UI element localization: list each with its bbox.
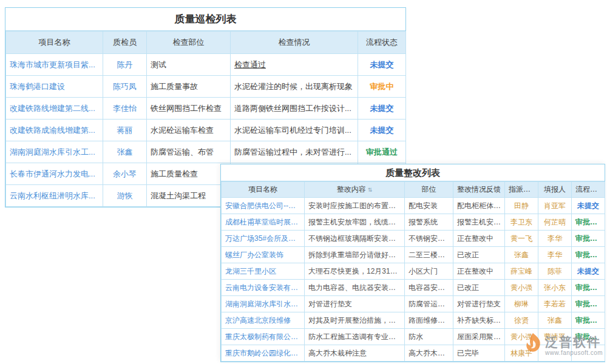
column-header-label: 流程状态 — [575, 185, 605, 194]
quality-rectification-table: 项目名称整改内容⇅部位整改情况反馈指派人员填报人流程状态安徽合肥供电公司--配电… — [221, 181, 605, 362]
assignee-cell[interactable]: 徐贤 — [505, 312, 538, 329]
part-cell: 配电安装 — [405, 198, 453, 214]
part-cell: 二至三楼混... — [405, 247, 453, 263]
assignee-cell[interactable]: 田静 — [505, 198, 538, 214]
feedback-column-header: 整改情况反馈 — [453, 182, 505, 198]
inspector-cell[interactable]: 陈巧凤 — [103, 76, 147, 98]
project-name-cell[interactable]: 湖南洞庭湖水库引水工... — [6, 141, 103, 163]
reporter-cell[interactable]: 李华 — [538, 231, 572, 247]
project-name-column-header: 项目名称 — [222, 182, 305, 198]
reporter-column-header: 填报人 — [538, 182, 572, 198]
inspect-result-column-header: 检查情况 — [231, 32, 358, 54]
workflow-status-cell: 审批通过 — [572, 231, 605, 247]
part-cell: 防水 — [405, 329, 453, 345]
inspector-cell[interactable]: 游恢 — [103, 185, 147, 207]
inspector-cell[interactable]: 李佳怡 — [103, 98, 147, 120]
project-name-cell[interactable]: 长春市伊通河水力发电... — [6, 163, 103, 185]
assignee-cell[interactable]: 李卫东 — [505, 214, 538, 231]
rectify-content-cell: 安装时应按施工图的布置，将... — [305, 198, 405, 214]
project-name-cell[interactable]: 改建铁路线增建第二线... — [6, 98, 103, 120]
feedback-cell: 正在整改中 — [453, 231, 505, 247]
inspector-cell[interactable]: 陈丹 — [103, 54, 147, 76]
table-row: 重庆太极制药有限公司亳州中...防水工程施工选调有专业资...防水屋面采用聚氨.… — [222, 329, 605, 345]
part-cell: 防腐管运输... — [405, 296, 453, 312]
reporter-cell[interactable]: 何芷晴 — [538, 214, 572, 231]
rectify-content-cell: 防水工程施工选调有专业资... — [305, 329, 405, 345]
quality-rectification-panel: 质量整改列表 项目名称整改内容⇅部位整改情况反馈指派人员填报人流程状态安徽合肥供… — [220, 164, 605, 362]
table-row: 成都杜甫草堂临时展厅独立展...报警主机安放牢固，线缆连接...报警系统报警主机… — [222, 214, 605, 231]
rectify-content-cell: 报警主机安放牢固，线缆连接... — [305, 214, 405, 231]
part-cell: 不锈钢安装... — [405, 231, 453, 247]
header-row: 项目名称质检员检查部位检查情况流程状态 — [6, 32, 406, 54]
inspect-result-cell: 检查通过 — [231, 54, 358, 76]
rectify-content-column-header[interactable]: 整改内容⇅ — [305, 182, 405, 198]
inspect-result-cell: 水泥砼灌注的时候，出现离析现象 — [231, 76, 358, 98]
reporter-cell[interactable]: 李华 — [538, 247, 572, 263]
table-row: 重庆市鹅岭公园绿化景观提升...高大乔木栽种注意高大乔木栽种已完毕林康平 — [222, 345, 605, 362]
reporter-cell[interactable]: 陈菲 — [538, 263, 572, 280]
feedback-cell: 报警主机安放... — [453, 214, 505, 231]
table-row: 改建铁路成渝线增建第...蒋丽水泥砼运输车检查水泥砼运输车司机经过专门培训...… — [6, 120, 406, 141]
reporter-cell[interactable]: 肖亚军 — [538, 198, 572, 214]
feedback-cell: 已改正 — [453, 280, 505, 296]
project-name-cell[interactable]: 重庆市鹅岭公园绿化景观提升... — [222, 345, 305, 362]
assignee-cell[interactable]: 柳琳 — [505, 296, 538, 312]
table-row: 改建铁路线增建第二线...李佳怡铁丝网围挡工作检查道路两侧铁丝网围挡工作按设计.… — [6, 98, 406, 120]
column-header-label: 流程状态 — [366, 38, 398, 47]
workflow-status-cell: 审批通过 — [572, 280, 605, 296]
workflow-status-cell: 未提交 — [358, 98, 406, 120]
reporter-cell[interactable]: 李若若 — [538, 296, 572, 312]
rectify-content-cell: 不锈钢边框玻璃隔断安装不平... — [305, 231, 405, 247]
column-header-label: 指派人员 — [509, 185, 538, 194]
assignee-cell[interactable]: 薛宝峰 — [505, 263, 538, 280]
inspect-part-cell: 铁丝网围挡工作检查 — [147, 98, 231, 120]
inspect-result-cell: 道路两侧铁丝网围挡工作按设计... — [231, 98, 358, 120]
project-name-cell[interactable]: 云南水利枢纽潜明水库... — [6, 185, 103, 207]
feedback-cell: 已改正 — [453, 247, 505, 263]
project-name-cell[interactable]: 珠海市城市更新项目紫... — [6, 54, 103, 76]
project-name-column-header: 项目名称 — [6, 32, 103, 54]
sort-icon[interactable]: ⇅ — [368, 187, 373, 193]
feedback-cell: 配电柜柜体与... — [453, 198, 505, 214]
part-cell: 高大乔木栽种 — [405, 345, 453, 362]
assignee-cell[interactable]: 黄小强 — [505, 280, 538, 296]
inspector-cell[interactable]: 余小琴 — [103, 163, 147, 185]
project-name-cell[interactable]: 安徽合肥供电公司--配电设备... — [222, 198, 305, 214]
assignee-cell[interactable]: 黄一飞 — [505, 231, 538, 247]
table-row: 京沪高速北京段维修对其及时开展整治措施，桥头...路面维修检...补齐缺失标志.… — [222, 312, 605, 329]
inspect-part-cell: 施工质量事故 — [147, 76, 231, 98]
inspector-cell[interactable]: 蒋丽 — [103, 120, 147, 141]
part-cell: 报警系统 — [405, 214, 453, 231]
project-name-cell[interactable]: 万达广场35#会所及咖啡厅空... — [222, 231, 305, 247]
table-row: 安徽合肥供电公司--配电设备...安装时应按施工图的布置，将...配电安装配电柜… — [222, 198, 605, 214]
project-name-cell[interactable]: 京沪高速北京段维修 — [222, 312, 305, 329]
project-name-cell[interactable]: 龙湖三千里小区 — [222, 263, 305, 280]
workflow-status-cell: 未提交 — [358, 54, 406, 76]
reporter-cell[interactable]: 张鑫 — [538, 312, 572, 329]
rectification-panel-title: 质量整改列表 — [221, 164, 605, 181]
reporter-cell[interactable]: 曹靖平 — [538, 329, 572, 345]
rectify-content-cell: 高大乔木栽种注意 — [305, 345, 405, 362]
project-name-cell[interactable]: 成都杜甫草堂临时展厅独立展... — [222, 214, 305, 231]
project-name-cell[interactable]: 重庆太极制药有限公司亳州中... — [222, 329, 305, 345]
rectify-content-cell: 电力电容器、电抗器安装方案... — [305, 280, 405, 296]
workflow-status-cell — [572, 345, 605, 362]
assignee-cell[interactable]: 黄小强 — [505, 329, 538, 345]
reporter-cell[interactable]: 张小东 — [538, 280, 572, 296]
project-name-cell[interactable]: 螺丝厂办公室装饰 — [222, 247, 305, 263]
column-header-label: 项目名称 — [248, 185, 277, 194]
feedback-cell: 已完毕 — [453, 345, 505, 362]
column-header-label: 整改情况反馈 — [457, 185, 501, 194]
project-name-cell[interactable]: 云南电力设备安装有限公司20... — [222, 280, 305, 296]
project-name-cell[interactable]: 湖南洞庭湖水库引水工程施工标 — [222, 296, 305, 312]
feedback-cell: 正在整改中 — [453, 263, 505, 280]
inspect-part-cell: 混凝土沟渠工程 — [147, 185, 231, 207]
table-row: 珠海市城市更新项目紫...陈丹测试检查通过未提交 — [6, 54, 406, 76]
assignee-cell[interactable]: 张鑫 — [505, 247, 538, 263]
project-name-cell[interactable]: 改建铁路成渝线增建第... — [6, 120, 103, 141]
inspect-part-column-header: 检查部位 — [147, 32, 231, 54]
assignee-cell[interactable]: 林康平 — [505, 345, 538, 362]
workflow-status-cell: 审批通过 — [358, 141, 406, 163]
inspector-cell[interactable]: 张鑫 — [103, 141, 147, 163]
project-name-cell[interactable]: 珠海鹤港口建设 — [6, 76, 103, 98]
